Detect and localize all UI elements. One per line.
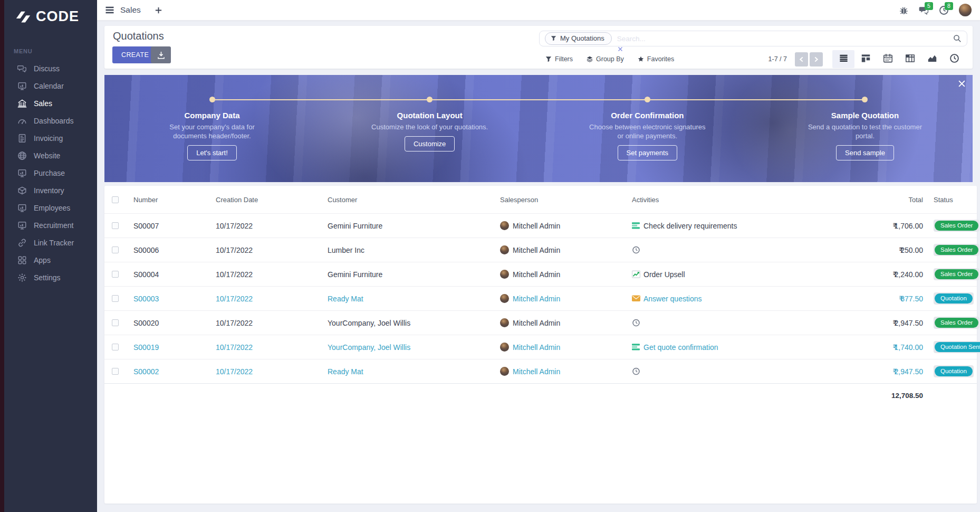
activity-label: Order Upsell xyxy=(643,270,685,279)
activity-label: Get quote confirmation xyxy=(643,343,718,352)
row-checkbox[interactable] xyxy=(112,271,119,278)
sidebar-item-label: Dashboards xyxy=(34,117,74,125)
step-action-button[interactable]: Send sample xyxy=(836,145,894,160)
quotation-row-s00019[interactable]: S0001910/17/2022YourCompany, Joel Willis… xyxy=(104,335,977,359)
activity-clock-icon[interactable]: 8 xyxy=(939,5,949,15)
row-checkbox[interactable] xyxy=(112,319,119,326)
sidebar-item-invoicing[interactable]: Invoicing xyxy=(4,129,97,147)
sidebar-item-inventory[interactable]: Inventory xyxy=(4,182,97,199)
sidebar-item-link-tracker[interactable]: Link Tracker xyxy=(4,234,97,251)
quotation-row-s00004[interactable]: S0000410/17/2022Gemini FurnitureMitchell… xyxy=(104,262,977,286)
view-pivot-button[interactable] xyxy=(899,50,921,68)
status-badge: Sales Order xyxy=(935,318,978,328)
export-button[interactable] xyxy=(151,46,171,63)
view-graph-button[interactable] xyxy=(921,50,943,68)
salesperson-cell: Mitchell Admin xyxy=(492,221,624,230)
sidebar-item-discuss[interactable]: Discuss xyxy=(4,60,97,77)
quotation-row-s00003[interactable]: S0000310/17/2022Ready MatMitchell AdminA… xyxy=(104,286,977,310)
column-header-status[interactable]: Status xyxy=(923,196,980,204)
step-action-button[interactable]: Set payments xyxy=(618,145,678,160)
activity-cell[interactable] xyxy=(624,367,832,375)
sidebar-item-label: Apps xyxy=(34,256,51,264)
row-checkbox[interactable] xyxy=(112,295,119,302)
sidebar-item-calendar[interactable]: Calendar xyxy=(4,77,97,94)
column-header-customer[interactable]: Customer xyxy=(320,196,492,204)
search-icon[interactable] xyxy=(953,34,962,43)
clock-icon xyxy=(632,367,640,375)
column-header-number[interactable]: Number xyxy=(126,196,208,204)
view-pivot-icon xyxy=(905,53,915,65)
quotation-row-s00006[interactable]: S0000610/17/2022Lumber IncMitchell Admin… xyxy=(104,238,977,262)
row-checkbox[interactable] xyxy=(112,344,119,350)
sidebar-item-dashboards[interactable]: Dashboards xyxy=(4,112,97,129)
group-by-button[interactable]: Group By xyxy=(587,55,624,63)
debug-bug-icon[interactable] xyxy=(899,5,909,15)
column-header-total[interactable]: Total xyxy=(832,196,923,204)
row-checkbox[interactable] xyxy=(112,246,119,253)
pager-previous-button[interactable] xyxy=(795,52,808,67)
sidebar-item-sales[interactable]: Sales xyxy=(4,94,97,112)
activity-cell[interactable] xyxy=(624,246,832,254)
select-all-checkbox[interactable] xyxy=(112,196,119,203)
row-checkbox[interactable] xyxy=(112,368,119,375)
quotation-row-s00002[interactable]: S0000210/17/2022Ready MatMitchell Admin₹… xyxy=(104,359,977,383)
search-input[interactable] xyxy=(617,35,953,43)
banner-close-icon[interactable] xyxy=(958,80,966,88)
salesperson-avatar xyxy=(500,221,509,230)
sidebar-item-website[interactable]: Website xyxy=(4,147,97,164)
activity-cell[interactable] xyxy=(624,319,832,327)
activity-cell[interactable]: Get quote confirmation xyxy=(624,343,832,352)
facet-remove-icon[interactable] xyxy=(618,44,623,50)
sidebar-item-settings[interactable]: Settings xyxy=(4,269,97,286)
status-cell: Sales Order xyxy=(923,244,980,256)
salesperson-cell: Mitchell Admin xyxy=(492,367,624,376)
new-tab-plus-icon[interactable] xyxy=(155,6,162,14)
search-bar[interactable]: My Quotations xyxy=(539,31,967,46)
view-activity-button[interactable] xyxy=(943,50,965,68)
monitor-icon xyxy=(17,220,27,230)
chart-icon xyxy=(632,270,640,278)
app-logo[interactable]: CODE xyxy=(4,0,97,25)
filters-label: Filters xyxy=(555,55,573,63)
control-panel-toolbar: Filters Group By Favorites 1-7 / 7 xyxy=(545,51,965,68)
sidebar-item-purchase[interactable]: Purchase xyxy=(4,164,97,182)
favorites-button[interactable]: Favorites xyxy=(638,55,674,63)
sidebar-item-label: Discuss xyxy=(34,64,60,73)
step-action-button[interactable]: Customize xyxy=(405,136,455,151)
sidebar-item-recruitment[interactable]: Recruitment xyxy=(4,216,97,234)
creation-date-cell: 10/17/2022 xyxy=(208,367,320,376)
activity-cell[interactable]: Check delivery requirements xyxy=(624,222,832,230)
quotation-row-s00007[interactable]: S0000710/17/2022Gemini FurnitureMitchell… xyxy=(104,213,977,238)
activity-cell[interactable]: Answer questions xyxy=(624,295,832,303)
apps-grid-icon xyxy=(17,255,27,265)
column-header-salesperson[interactable]: Salesperson xyxy=(492,196,624,204)
sidebar-item-label: Inventory xyxy=(34,186,64,195)
view-list-button[interactable] xyxy=(832,50,854,68)
creation-date-cell: 10/17/2022 xyxy=(208,295,320,303)
search-facet-chip[interactable]: My Quotations xyxy=(545,32,612,45)
search-facet-label: My Quotations xyxy=(560,34,604,42)
salesperson-cell: Mitchell Admin xyxy=(492,343,624,352)
view-kanban-button[interactable] xyxy=(854,50,877,68)
quotation-row-s00020[interactable]: S0002010/17/2022YourCompany, Joel Willis… xyxy=(104,310,977,335)
messages-icon[interactable]: 5 xyxy=(919,5,929,15)
globe-icon xyxy=(17,150,27,160)
sidebar-item-label: Link Tracker xyxy=(34,239,74,247)
row-checkbox[interactable] xyxy=(112,222,119,229)
step-action-button[interactable]: Let's start! xyxy=(187,145,237,160)
filters-button[interactable]: Filters xyxy=(545,55,573,63)
column-header-creation-date[interactable]: Creation Date xyxy=(208,196,320,204)
pager-next-button[interactable] xyxy=(810,52,823,67)
user-avatar[interactable] xyxy=(959,4,972,16)
total-cell: ₹250.00 xyxy=(832,246,923,254)
column-header-activities[interactable]: Activities xyxy=(624,196,832,204)
sidebar-item-label: Recruitment xyxy=(34,221,73,230)
activity-cell[interactable]: Order Upsell xyxy=(624,270,832,279)
sidebar-item-employees[interactable]: Employees xyxy=(4,199,97,216)
status-cell: Sales Order xyxy=(923,220,980,232)
sidebar-item-apps[interactable]: Apps xyxy=(4,251,97,269)
app-title[interactable]: Sales xyxy=(120,5,141,15)
view-calendar-button[interactable] xyxy=(877,50,899,68)
view-graph-icon xyxy=(927,53,937,65)
hamburger-menu-icon[interactable] xyxy=(104,5,115,15)
